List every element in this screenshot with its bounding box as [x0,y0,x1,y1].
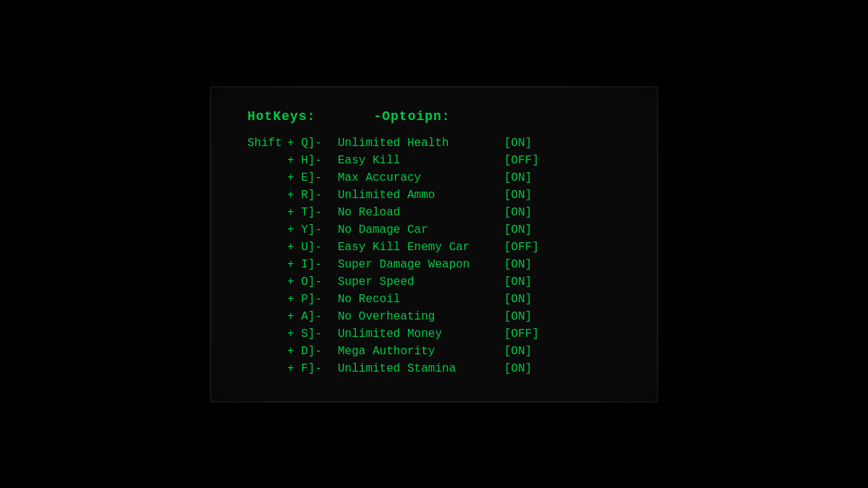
option-name-2: Max Accuracy [338,171,504,184]
cheat-row-3: + R]-Unlimited Ammo[ON] [247,189,621,202]
option-status-2: [ON] [504,171,532,184]
cheat-row-2: + E]-Max Accuracy[ON] [247,171,621,184]
option-status-8: [ON] [504,275,532,288]
hotkey-combo-6: + U]- [287,241,338,254]
option-status-5: [ON] [504,223,532,236]
hotkeys-header: HotKeys: [247,109,315,124]
hotkey-combo-1: + H]- [287,154,338,167]
hotkey-combo-2: + E]- [287,171,338,184]
option-name-1: Easy Kill [338,154,504,167]
cheat-row-9: + P]-No Recoil[ON] [247,293,621,306]
hotkey-combo-9: + P]- [287,293,338,306]
option-name-3: Unlimited Ammo [338,189,504,202]
cheat-row-0: Shift+ Q]-Unlimited Health[ON] [247,137,621,150]
hotkey-combo-4: + T]- [287,206,338,219]
cheat-row-10: + A]-No Overheating[ON] [247,310,621,323]
option-status-0: [ON] [504,137,532,150]
hotkey-combo-13: + F]- [287,362,338,375]
option-status-6: [OFF] [504,241,539,254]
option-name-0: Unlimited Health [338,137,504,150]
option-name-9: No Recoil [338,293,504,306]
cheat-row-1: + H]-Easy Kill[OFF] [247,154,621,167]
cheat-list: Shift+ Q]-Unlimited Health[ON]+ H]-Easy … [247,137,621,375]
header-row: HotKeys: -Optoipn: [247,109,621,124]
option-status-10: [ON] [504,310,532,323]
option-status-3: [ON] [504,189,532,202]
cheat-row-13: + F]-Unlimited Stamina[ON] [247,362,621,375]
option-status-7: [ON] [504,258,532,271]
option-status-4: [ON] [504,206,532,219]
cheat-row-4: + T]-No Reload[ON] [247,206,621,219]
hotkey-combo-10: + A]- [287,310,338,323]
option-status-12: [ON] [504,345,532,358]
hotkey-combo-8: + O]- [287,275,338,288]
cheat-row-11: + S]-Unlimited Money[OFF] [247,328,621,341]
option-name-11: Unlimited Money [338,328,504,341]
outer-frame: HotKeys: -Optoipn: Shift+ Q]-Unlimited H… [109,20,760,468]
option-name-5: No Damage Car [338,223,504,236]
option-name-8: Super Speed [338,275,504,288]
hotkey-combo-3: + R]- [287,189,338,202]
cheat-row-12: + D]-Mega Authority[ON] [247,345,621,358]
cheat-panel: HotKeys: -Optoipn: Shift+ Q]-Unlimited H… [210,86,658,403]
option-status-11: [OFF] [504,328,539,341]
cheat-row-6: + U]-Easy Kill Enemy Car[OFF] [247,241,621,254]
option-status-1: [OFF] [504,154,539,167]
hotkey-combo-12: + D]- [287,345,338,358]
cheat-row-8: + O]-Super Speed[ON] [247,275,621,288]
hotkey-combo-7: + I]- [287,258,338,271]
hotkey-combo-11: + S]- [287,328,338,341]
option-status-9: [ON] [504,293,532,306]
option-name-6: Easy Kill Enemy Car [338,241,504,254]
hotkey-combo-5: + Y]- [287,223,338,236]
option-name-10: No Overheating [338,310,504,323]
option-name-12: Mega Authority [338,345,504,358]
hotkey-shift-0: Shift [247,137,287,150]
hotkey-combo-0: + Q]- [287,137,338,150]
option-status-13: [ON] [504,362,532,375]
options-header: -Optoipn: [373,109,450,124]
option-name-4: No Reload [338,206,504,219]
cheat-row-7: + I]-Super Damage Weapon[ON] [247,258,621,271]
option-name-13: Unlimited Stamina [338,362,504,375]
option-name-7: Super Damage Weapon [338,258,504,271]
cheat-row-5: + Y]-No Damage Car[ON] [247,223,621,236]
